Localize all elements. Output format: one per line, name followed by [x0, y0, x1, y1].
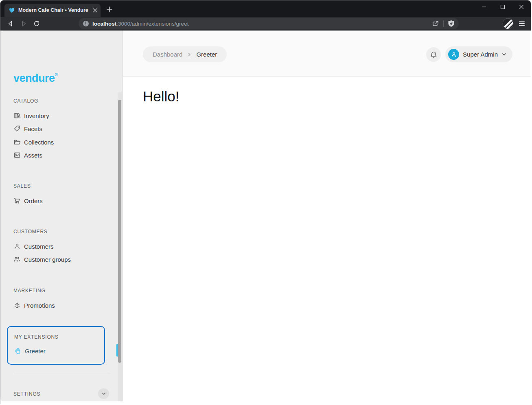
- page-content: Hello!: [123, 77, 531, 404]
- sidebar-item-label: Orders: [24, 197, 43, 204]
- page-title: Hello!: [143, 88, 531, 105]
- breadcrumb-dashboard[interactable]: Dashboard: [153, 51, 182, 58]
- minimize-button[interactable]: [475, 0, 493, 13]
- sidebar-item-label: Greeter: [25, 348, 46, 355]
- sidebar-item-customers[interactable]: Customers: [13, 242, 54, 250]
- tab-close-icon[interactable]: [93, 8, 97, 13]
- hand-icon: [14, 347, 22, 355]
- url-path: :3000/admin/extensions/greet: [116, 21, 188, 27]
- section-title-my-extensions: MY EXTENSIONS: [14, 334, 59, 340]
- sidebar-item-label: Assets: [24, 152, 42, 159]
- window-controls: [475, 0, 531, 13]
- browser-menu-icon[interactable]: [518, 20, 526, 28]
- browser-profile-avatar[interactable]: [502, 18, 514, 29]
- snowflake-icon: [13, 302, 21, 309]
- site-info-icon[interactable]: [83, 20, 89, 27]
- browser-window: Modern Cafe Chair • Vendure: [0, 0, 531, 404]
- url-host: localhost: [92, 21, 116, 27]
- sidebar-item-label: Facets: [24, 125, 42, 132]
- new-tab-button[interactable]: [105, 4, 114, 14]
- logo-registered-mark: ®: [55, 72, 58, 77]
- forward-button[interactable]: [18, 18, 29, 29]
- chevron-down-icon: [501, 52, 507, 57]
- books-icon: [13, 112, 21, 119]
- user-icon: [13, 243, 21, 250]
- section-title-settings: SETTINGS: [13, 391, 40, 397]
- tag-icon: [13, 125, 21, 132]
- url-text: localhost:3000/admin/extensions/greet: [92, 21, 432, 27]
- vendure-admin-page: vendure® CATALOG Inventory Facets Collec…: [0, 31, 531, 404]
- sidebar-item-label: Collections: [24, 139, 54, 146]
- sidebar-item-label: Customers: [24, 243, 54, 250]
- sidebar-item-orders[interactable]: Orders: [13, 197, 43, 205]
- sidebar-item-label: Customer groups: [24, 256, 71, 263]
- vendure-logo[interactable]: vendure®: [13, 72, 57, 85]
- bell-icon: [430, 51, 438, 59]
- maximize-button[interactable]: [493, 0, 512, 13]
- sidebar-item-greeter[interactable]: Greeter: [14, 347, 46, 355]
- sidebar-divider: [13, 374, 109, 374]
- back-button[interactable]: [5, 18, 16, 29]
- close-window-button[interactable]: [512, 0, 531, 13]
- chevron-down-icon: [101, 391, 106, 396]
- sidebar-item-collections[interactable]: Collections: [13, 138, 54, 146]
- settings-expand-button[interactable]: [98, 388, 109, 399]
- sidebar-scrollbar-thumb[interactable]: [118, 100, 121, 363]
- main-area: Dashboard Greeter Super Admin: [123, 31, 531, 404]
- sidebar-item-inventory[interactable]: Inventory: [13, 112, 49, 120]
- sidebar-item-assets[interactable]: Assets: [13, 151, 42, 159]
- logo-text: vendure: [13, 72, 55, 84]
- image-icon: [13, 151, 21, 159]
- sidebar-item-promotions[interactable]: Promotions: [13, 301, 55, 309]
- section-title-catalog: CATALOG: [13, 98, 38, 104]
- notifications-button[interactable]: [426, 47, 441, 62]
- users-icon: [13, 256, 21, 263]
- breadcrumb-separator-chevron-icon: [187, 52, 192, 57]
- user-menu-button[interactable]: Super Admin: [445, 46, 512, 62]
- section-title-customers: CUSTOMERS: [13, 229, 48, 234]
- cart-icon: [13, 197, 21, 204]
- avatar: [448, 49, 459, 60]
- page-header: Dashboard Greeter Super Admin: [123, 31, 531, 77]
- sidebar-item-facets[interactable]: Facets: [13, 125, 42, 133]
- breadcrumb-greeter[interactable]: Greeter: [196, 51, 217, 58]
- sidebar: vendure® CATALOG Inventory Facets Collec…: [0, 31, 123, 401]
- share-icon[interactable]: [432, 20, 439, 27]
- browser-toolbar: localhost:3000/admin/extensions/greet: [0, 17, 531, 31]
- reload-button[interactable]: [31, 18, 42, 29]
- browser-tab[interactable]: Modern Cafe Chair • Vendure: [4, 4, 101, 17]
- url-bar[interactable]: localhost:3000/admin/extensions/greet: [79, 18, 459, 29]
- section-title-marketing: MARKETING: [13, 288, 46, 293]
- section-title-sales: SALES: [13, 183, 31, 189]
- sidebar-section-settings[interactable]: SETTINGS: [0, 388, 110, 399]
- my-extensions-card: MY EXTENSIONS Greeter: [7, 326, 105, 365]
- sidebar-item-customer-groups[interactable]: Customer groups: [13, 255, 71, 263]
- toolbar-divider: [443, 20, 444, 27]
- folder-icon: [13, 138, 21, 146]
- user-name: Super Admin: [463, 51, 498, 58]
- breadcrumb: Dashboard Greeter: [143, 46, 227, 62]
- vendure-favicon-heart-icon: [9, 7, 15, 13]
- brave-shield-icon[interactable]: [448, 20, 455, 27]
- browser-titlebar: Modern Cafe Chair • Vendure: [0, 0, 531, 17]
- sidebar-item-label: Inventory: [24, 112, 49, 119]
- tab-title: Modern Cafe Chair • Vendure: [18, 7, 90, 13]
- sidebar-item-label: Promotions: [24, 302, 55, 309]
